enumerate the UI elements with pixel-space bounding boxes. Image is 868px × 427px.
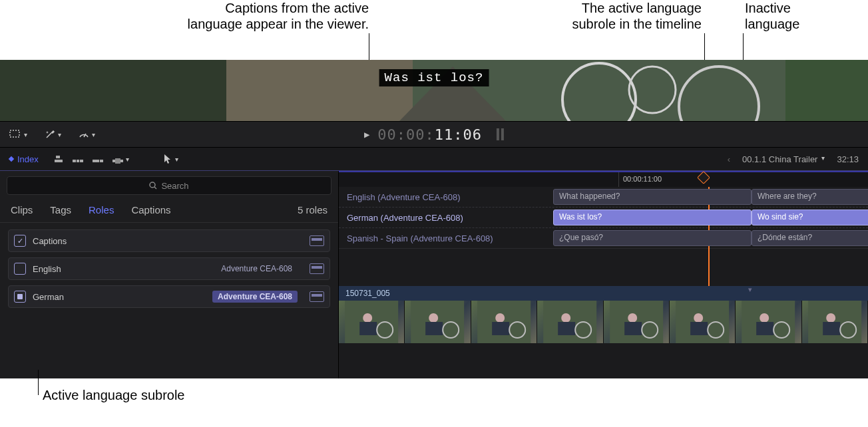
role-badge: Adventure CEA-608: [212, 291, 298, 303]
timeline-gap: [339, 249, 868, 286]
index-tabs: Clips Tags Roles Captions 5 roles: [0, 200, 338, 222]
chevron-down-icon: ▾: [126, 156, 129, 163]
role-count: 5 roles: [298, 204, 327, 215]
timeline-index-panel: Search Clips Tags Roles Captions 5 roles…: [0, 171, 339, 378]
svg-rect-15: [93, 160, 99, 162]
svg-rect-31: [492, 322, 509, 335]
tab-clips[interactable]: Clips: [11, 204, 33, 215]
filmstrip-thumb: [802, 301, 868, 343]
checkbox-empty-icon[interactable]: [14, 263, 26, 275]
search-input[interactable]: Search: [7, 176, 331, 195]
filmstrip-thumb: [670, 301, 736, 343]
svg-point-19: [150, 182, 155, 188]
history-back[interactable]: ‹: [728, 154, 730, 164]
lane-display-icon[interactable]: [310, 235, 324, 246]
svg-point-26: [429, 313, 439, 323]
timeline[interactable]: 00:00:11:00 English (Adventure CEA-608) …: [339, 171, 868, 378]
enhance-tool-menu[interactable]: ▾: [45, 129, 61, 140]
retime-tool-menu[interactable]: ▾: [79, 129, 95, 140]
audio-meter-icon: [497, 128, 504, 140]
play-icon: ▶: [364, 129, 369, 140]
selection-tool-menu[interactable]: ▾: [164, 154, 178, 164]
video-clip-name: 150731_005: [345, 286, 390, 301]
timecode-dim: 00:00:: [377, 126, 434, 143]
svg-rect-43: [690, 322, 708, 335]
svg-rect-10: [55, 160, 63, 162]
insert-clip-icon[interactable]: [72, 154, 84, 164]
caption-clip[interactable]: Was ist los?: [553, 210, 752, 225]
caption-clip[interactable]: Where are they?: [752, 189, 868, 205]
playhead-icon[interactable]: [697, 171, 710, 184]
caption-lane-german[interactable]: German (Adventure CEA-608) Was ist los? …: [339, 208, 868, 228]
lane-label: English (Adventure CEA-608): [339, 192, 552, 202]
video-clip-header[interactable]: 150731_005 ▾: [339, 286, 868, 301]
filmstrip-thumb: [405, 301, 471, 343]
svg-rect-13: [77, 160, 79, 162]
tab-tags[interactable]: Tags: [50, 204, 71, 215]
svg-rect-14: [80, 160, 83, 162]
svg-rect-35: [558, 322, 575, 335]
checkbox-active-icon[interactable]: [14, 291, 26, 303]
svg-point-30: [495, 313, 505, 323]
callout-line: [38, 370, 39, 395]
svg-line-20: [154, 187, 156, 189]
timecode-display[interactable]: ▶ 00:00:11:06: [364, 126, 504, 143]
lane-display-icon[interactable]: [310, 291, 324, 302]
lane-label: German (Adventure CEA-608): [339, 213, 552, 223]
filmstrip-thumb: [537, 301, 603, 343]
svg-rect-7: [785, 60, 868, 121]
lane-display-icon[interactable]: [310, 263, 324, 274]
checkbox-checked-icon[interactable]: ✓: [14, 235, 26, 247]
svg-rect-39: [624, 322, 642, 335]
svg-rect-1: [0, 60, 226, 121]
svg-rect-23: [359, 322, 377, 335]
timeline-toolbar: Index ▾ ▾ ‹ 00.1.1 China Trailer▾ 32:13: [0, 148, 868, 171]
tab-captions[interactable]: Captions: [131, 204, 170, 215]
caption-lane-spanish[interactable]: Spanish - Spain (Adventure CEA-608) ¿Que…: [339, 228, 868, 249]
role-label: English: [33, 264, 61, 274]
index-toggle[interactable]: Index: [9, 154, 39, 164]
chevron-down-icon: ▾: [58, 131, 61, 138]
filmstrip-thumb: [339, 301, 405, 343]
role-row-german[interactable]: German Adventure CEA-608: [8, 285, 330, 308]
chevron-down-icon: ▾: [821, 154, 825, 164]
filmstrip-thumb: [471, 301, 537, 343]
append-clip-icon[interactable]: [92, 154, 104, 164]
connect-clip-icon[interactable]: [53, 154, 64, 164]
svg-point-46: [760, 313, 769, 323]
role-row-english[interactable]: English Adventure CEA-608: [8, 257, 330, 280]
svg-point-22: [363, 313, 372, 323]
svg-rect-18: [115, 158, 120, 164]
timeline-ruler[interactable]: 00:00:11:00: [339, 172, 868, 187]
project-name: 00.1.1 China Trailer: [742, 154, 817, 164]
role-label: Captions: [33, 236, 67, 246]
svg-rect-11: [56, 156, 60, 158]
project-duration: 32:13: [837, 154, 859, 164]
viewer: Was ist los?: [0, 60, 868, 121]
caption-clip[interactable]: What happened?: [553, 189, 752, 205]
caption-lanes: English (Adventure CEA-608) What happene…: [339, 187, 868, 343]
role-label: German: [33, 292, 64, 302]
callout-viewer-caption: Captions from the active language appear…: [188, 0, 369, 32]
role-list: ✓ Captions English Adventure CEA-608 Ger…: [0, 222, 338, 315]
svg-point-50: [826, 313, 835, 323]
role-row-captions[interactable]: ✓ Captions: [8, 229, 330, 252]
callout-active-subrole-tl: The active language subrole in the timel…: [572, 0, 702, 32]
ruler-tick-label: 00:00:11:00: [618, 172, 662, 187]
tab-roles[interactable]: Roles: [89, 204, 114, 215]
svg-point-38: [628, 313, 637, 323]
search-icon: [149, 182, 157, 190]
crop-tool-menu[interactable]: ▾: [9, 130, 27, 139]
caption-clip[interactable]: ¿Que pasó?: [553, 230, 752, 246]
svg-rect-8: [10, 130, 19, 137]
caption-lane-english[interactable]: English (Adventure CEA-608) What happene…: [339, 187, 868, 208]
index-label: Index: [17, 154, 39, 164]
overwrite-clip-menu[interactable]: ▾: [112, 154, 129, 164]
caption-clip[interactable]: Wo sind sie?: [752, 210, 868, 225]
caption-clip[interactable]: ¿Dónde están?: [752, 230, 868, 246]
transport-toolbar: ▾ ▾ ▾ ▶ 00:00:11:06: [0, 121, 868, 148]
project-name-menu[interactable]: 00.1.1 China Trailer▾: [742, 154, 825, 164]
callout-active-subrole-panel: Active language subrole: [43, 387, 184, 403]
role-badge: [287, 239, 298, 242]
video-filmstrip[interactable]: [339, 301, 868, 343]
